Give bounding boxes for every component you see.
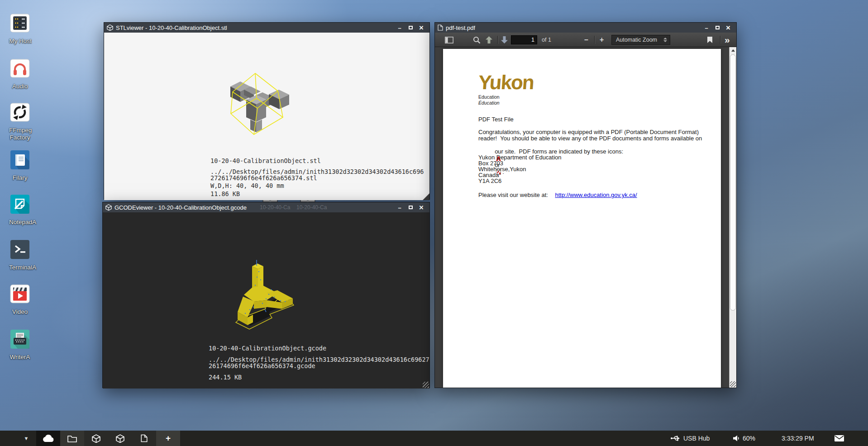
recycle-arrows-icon — [10, 102, 30, 123]
desktop-shortcut-filary[interactable]: Filary — [9, 149, 31, 181]
maximize-button[interactable] — [405, 203, 416, 212]
taskbar-expand-button[interactable]: ▼ — [20, 431, 33, 446]
paragraph-line1: Congratulations, your computer is equipp… — [478, 129, 699, 135]
logo-education-en: Education — [478, 94, 500, 100]
desktop-wallpaper: My Host Audio FFmpeg Factory — [0, 0, 868, 446]
terminal-prompt-icon — [10, 239, 30, 260]
close-button[interactable]: ✕ — [416, 203, 427, 212]
typewriter-icon — [10, 329, 30, 350]
shortcut-label-line2: Factory — [9, 134, 31, 141]
book-icon — [10, 149, 30, 170]
stlviewer-titlebar[interactable]: STLviewer - 10-20-40-CalibrationObject.s… — [104, 23, 429, 33]
volume-label: 60% — [743, 435, 755, 442]
gcode-toolpath-render — [227, 259, 317, 336]
gcodeviewer-titlebar[interactable]: GCODEviewer - 10-20-40-CalibrationObject… — [103, 202, 429, 212]
taskbar-button-stlviewer[interactable] — [84, 431, 108, 446]
resize-grip[interactable] — [423, 193, 429, 200]
toolbar-separator — [594, 36, 595, 44]
pdf-file-icon — [438, 24, 443, 31]
pdf-file-icon — [141, 434, 148, 442]
gcode-filesize: 244.15 KB — [209, 374, 242, 381]
close-button[interactable]: ✕ — [416, 23, 427, 32]
shortcut-label: My Host — [9, 38, 31, 44]
yukon-logo: Yukon — [477, 72, 534, 92]
envelope-icon — [834, 435, 844, 442]
zoom-out-button[interactable]: – — [584, 33, 588, 47]
page-count-label: of 1 — [542, 33, 551, 47]
paragraph-line2: reader! You should be able to view any o… — [478, 135, 702, 142]
pdf-page: Yukon Education Éducation PDF Test File … — [443, 49, 721, 388]
taskbar-button-files[interactable] — [60, 431, 84, 446]
usb-icon — [670, 434, 680, 443]
bookmark-button[interactable] — [707, 33, 712, 47]
stl-path-line2: 2726174696f6e4f626a656374.stl — [210, 174, 317, 182]
shortcut-label: Audio — [9, 83, 31, 90]
usb-label: USB Hub — [683, 435, 710, 442]
headphones-icon — [10, 58, 30, 79]
desktop-shortcut-my-host[interactable]: My Host — [9, 13, 31, 44]
maximize-button[interactable] — [405, 23, 416, 32]
maximize-button[interactable] — [712, 23, 723, 32]
arrow-down-icon — [501, 36, 508, 43]
stlviewer-window: STLviewer - 10-20-40-CalibrationObject.s… — [104, 22, 430, 200]
scroll-up-button[interactable] — [730, 47, 736, 54]
minimize-button[interactable]: – — [701, 23, 712, 32]
desktop-shortcut-terminala[interactable]: TerminalA — [9, 239, 31, 271]
taskbar-new-button[interactable]: + — [156, 431, 180, 446]
stl-3d-viewport[interactable]: 10-20-40-CalibrationObject.stl ../../Des… — [104, 33, 429, 200]
vertical-scrollbar[interactable] — [729, 47, 736, 388]
server-icon — [10, 13, 30, 34]
tray-usb[interactable]: USB Hub — [670, 431, 710, 446]
gcode-3d-viewport[interactable]: 10-20-40-CalibrationObject.gcode ../../D… — [103, 212, 429, 388]
shortcut-label: FFmpeg — [9, 127, 31, 134]
zoom-select-value: Automatic Zoom — [616, 37, 657, 43]
stl-dimensions: W,D,H: 40, 40, 40 mm — [210, 182, 284, 189]
next-page-button[interactable] — [501, 33, 508, 47]
stl-model-render — [218, 64, 299, 141]
close-button[interactable]: ✕ — [723, 23, 734, 32]
stl-filename: 10-20-40-CalibrationObject.stl — [210, 157, 321, 164]
tray-messages[interactable] — [834, 431, 844, 446]
taskbar: ▼ + — [0, 431, 868, 446]
desktop-shortcut-ffmpeg-factory[interactable]: FFmpeg Factory — [9, 102, 31, 141]
taskbar-button-pdfviewer[interactable] — [132, 431, 156, 446]
page-number-input[interactable] — [511, 35, 537, 44]
website-line: Please visit our website at: http://www.… — [478, 192, 637, 198]
resize-grip[interactable] — [423, 382, 429, 388]
notepad-pencil-icon — [10, 194, 30, 215]
shortcut-label: NotepadA — [9, 219, 31, 225]
tray-volume[interactable]: 60% — [733, 431, 755, 446]
tray-clock[interactable]: 3:33:29 PM — [782, 431, 814, 446]
cloud-icon — [43, 435, 54, 442]
speaker-icon — [733, 435, 739, 442]
scrollbar-thumb[interactable] — [730, 54, 736, 311]
previous-page-button[interactable] — [486, 33, 492, 47]
desktop-shortcut-audio[interactable]: Audio — [9, 58, 31, 90]
search-button[interactable] — [473, 33, 481, 47]
desktop-shortcut-notepada[interactable]: NotepadA — [9, 194, 31, 225]
taskbar-button-cloud[interactable] — [36, 431, 60, 446]
desktop-shortcut-video[interactable]: Video — [9, 283, 31, 315]
more-tools-button[interactable]: » — [725, 33, 729, 47]
shortcut-label: Video — [9, 308, 31, 315]
pdf-titlebar[interactable]: pdf-test.pdf – ✕ — [435, 23, 736, 33]
desktop-shortcut-writera[interactable]: WriterA — [9, 329, 31, 360]
folder-icon — [67, 435, 77, 442]
zoom-select[interactable]: Automatic Zoom — [611, 35, 670, 45]
website-link[interactable]: http://www.education.gov.yk.ca/ — [555, 192, 637, 198]
resize-grip[interactable] — [730, 381, 736, 387]
sidebar-toggle-button[interactable] — [445, 33, 453, 47]
cube-icon — [116, 434, 124, 443]
toolbar-separator — [497, 36, 498, 44]
minimize-button[interactable]: – — [394, 203, 405, 212]
clapperboard-icon — [10, 283, 30, 304]
cube-icon — [92, 434, 100, 443]
zoom-in-button[interactable]: + — [600, 33, 604, 47]
minimize-button[interactable]: – — [394, 23, 405, 32]
pdf-window: pdf-test.pdf – ✕ — [434, 22, 737, 388]
shortcut-label: TerminalA — [9, 264, 31, 271]
ghost-file-label: 10-20-40-Ca — [260, 204, 290, 211]
gcode-filename: 10-20-40-CalibrationObject.gcode — [209, 345, 326, 352]
taskbar-button-gcodeviewer[interactable] — [108, 431, 132, 446]
sidebar-toggle-icon — [445, 37, 453, 43]
